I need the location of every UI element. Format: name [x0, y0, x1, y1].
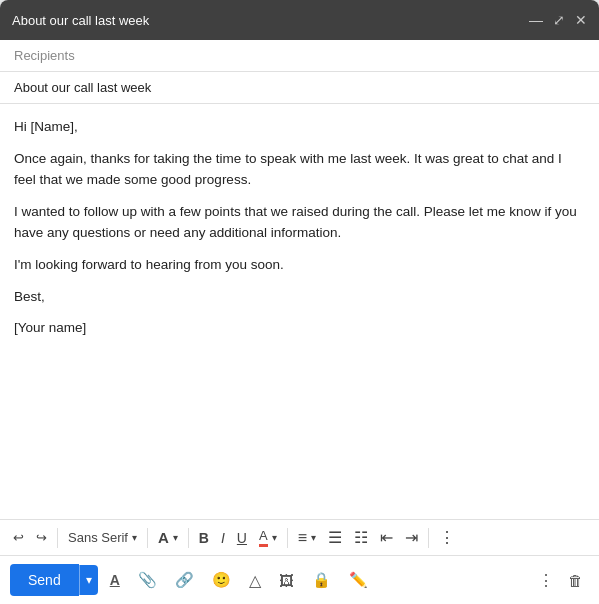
- indent-more-icon: ⇥: [405, 528, 418, 547]
- formatting-icon: A: [110, 572, 120, 588]
- separator-1: [57, 528, 58, 548]
- font-family-chevron: ▾: [132, 532, 137, 543]
- subject-value: About our call last week: [14, 80, 151, 95]
- indent-more-button[interactable]: ⇥: [400, 524, 423, 551]
- recipients-label: Recipients: [14, 48, 75, 63]
- link-button[interactable]: 🔗: [169, 566, 200, 594]
- font-size-selector[interactable]: A ▾: [153, 526, 183, 549]
- link-icon: 🔗: [175, 571, 194, 589]
- formatting-toggle-button[interactable]: A: [104, 567, 126, 593]
- font-family-selector[interactable]: Sans Serif ▾: [63, 527, 142, 548]
- sign2: [Your name]: [14, 317, 585, 339]
- undo-button[interactable]: ↩: [8, 526, 29, 549]
- photo-button[interactable]: 🖼: [273, 567, 300, 594]
- font-size-label: A: [158, 529, 169, 546]
- lock-button[interactable]: 🔒: [306, 566, 337, 594]
- attach-icon: 📎: [138, 571, 157, 589]
- send-button[interactable]: Send: [10, 564, 79, 596]
- window-title: About our call last week: [12, 13, 149, 28]
- indent-less-button[interactable]: ⇤: [375, 524, 398, 551]
- emoji-button[interactable]: 🙂: [206, 566, 237, 594]
- lock-icon: 🔒: [312, 571, 331, 589]
- send-button-group: Send ▾: [10, 564, 98, 596]
- window-controls: — ⤢ ✕: [529, 13, 587, 27]
- body-para1: Once again, thanks for taking the time t…: [14, 148, 585, 191]
- bottom-right-actions: ⋮ 🗑: [532, 566, 589, 595]
- bottom-bar: Send ▾ A 📎 🔗 🙂 △ 🖼 🔒 ✏️ ⋮: [0, 555, 599, 604]
- toolbar-more-button[interactable]: ⋮: [434, 524, 460, 551]
- redo-button[interactable]: ↪: [31, 526, 52, 549]
- attach-button[interactable]: 📎: [132, 566, 163, 594]
- send-dropdown-button[interactable]: ▾: [79, 565, 98, 595]
- text-color-chevron: ▾: [272, 532, 277, 543]
- minimize-icon[interactable]: —: [529, 13, 543, 27]
- delete-icon: 🗑: [568, 572, 583, 589]
- greeting: Hi [Name],: [14, 116, 585, 138]
- list-number-button[interactable]: ☷: [349, 524, 373, 551]
- indent-less-icon: ⇤: [380, 528, 393, 547]
- more-options-button[interactable]: ⋮: [532, 566, 560, 595]
- body-para3: I'm looking forward to hearing from you …: [14, 254, 585, 276]
- emoji-icon: 🙂: [212, 571, 231, 589]
- sign1: Best,: [14, 286, 585, 308]
- delete-draft-button[interactable]: 🗑: [562, 567, 589, 594]
- more-options-icon: ⋮: [538, 571, 554, 590]
- close-icon[interactable]: ✕: [575, 13, 587, 27]
- align-chevron: ▾: [311, 532, 316, 543]
- drive-icon: △: [249, 571, 261, 590]
- formatting-toolbar: ↩ ↪ Sans Serif ▾ A ▾ B I U A ▾ ≡ ▾ ☰ ☷: [0, 519, 599, 555]
- font-family-label: Sans Serif: [68, 530, 128, 545]
- photo-icon: 🖼: [279, 572, 294, 589]
- title-bar: About our call last week — ⤢ ✕: [0, 0, 599, 40]
- compose-window: About our call last week — ⤢ ✕ Recipient…: [0, 0, 599, 604]
- italic-button[interactable]: I: [216, 526, 230, 550]
- expand-icon[interactable]: ⤢: [553, 13, 565, 27]
- email-body[interactable]: Hi [Name], Once again, thanks for taking…: [0, 104, 599, 519]
- toolbar-more-icon: ⋮: [439, 528, 455, 547]
- separator-4: [287, 528, 288, 548]
- list-bullet-icon: ☰: [328, 528, 342, 547]
- text-color-label: A: [259, 528, 268, 547]
- drive-button[interactable]: △: [243, 566, 267, 595]
- recipients-row[interactable]: Recipients: [0, 40, 599, 72]
- align-label: ≡: [298, 529, 307, 547]
- underline-button[interactable]: U: [232, 526, 252, 550]
- bold-button[interactable]: B: [194, 526, 214, 550]
- align-selector[interactable]: ≡ ▾: [293, 526, 321, 550]
- subject-row[interactable]: About our call last week: [0, 72, 599, 104]
- pencil-icon: ✏️: [349, 571, 368, 589]
- font-size-chevron: ▾: [173, 532, 178, 543]
- list-bullet-button[interactable]: ☰: [323, 524, 347, 551]
- separator-5: [428, 528, 429, 548]
- separator-3: [188, 528, 189, 548]
- separator-2: [147, 528, 148, 548]
- text-color-selector[interactable]: A ▾: [254, 525, 282, 550]
- list-number-icon: ☷: [354, 528, 368, 547]
- body-para2: I wanted to follow up with a few points …: [14, 201, 585, 244]
- pencil-button[interactable]: ✏️: [343, 566, 374, 594]
